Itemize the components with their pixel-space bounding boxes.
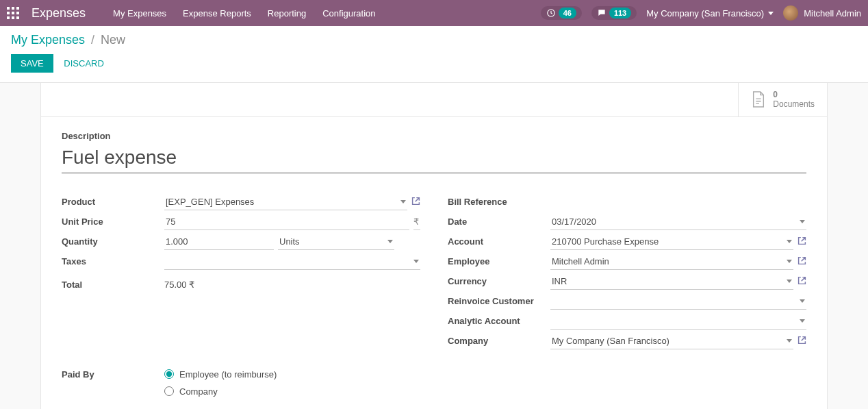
- product-external-link[interactable]: [411, 197, 420, 208]
- account-external-link[interactable]: [797, 236, 806, 247]
- chevron-down-icon[interactable]: [800, 299, 805, 303]
- activities-button[interactable]: 46: [541, 6, 582, 20]
- unit-price-label: Unit Price: [62, 216, 164, 227]
- chevron-down-icon: [768, 12, 774, 15]
- chat-icon: [597, 8, 607, 18]
- chevron-down-icon[interactable]: [787, 339, 792, 343]
- company-external-link[interactable]: [797, 336, 806, 347]
- chevron-down-icon[interactable]: [787, 280, 792, 283]
- analytic-label: Analytic Account: [448, 316, 550, 326]
- nav-expense-reports[interactable]: Expense Reports: [183, 8, 251, 18]
- bill-ref-input[interactable]: [550, 194, 806, 210]
- description-input[interactable]: [62, 145, 806, 173]
- currency-external-link[interactable]: [797, 276, 806, 287]
- chevron-down-icon[interactable]: [787, 260, 792, 263]
- total-label: Total: [62, 280, 164, 290]
- documents-button[interactable]: 0 Documents: [738, 83, 827, 116]
- unit-price-input[interactable]: [164, 214, 409, 230]
- account-field[interactable]: [550, 234, 793, 250]
- employee-external-link[interactable]: [797, 256, 806, 267]
- clock-icon: [546, 8, 556, 18]
- chevron-down-icon[interactable]: [787, 240, 792, 243]
- chevron-down-icon[interactable]: [387, 240, 393, 243]
- description-label: Description: [62, 131, 806, 141]
- breadcrumb-sep: /: [91, 33, 94, 47]
- topbar: Expenses My Expenses Expense Reports Rep…: [0, 0, 868, 26]
- company-field[interactable]: [550, 333, 793, 349]
- taxes-label: Taxes: [62, 256, 164, 267]
- paid-by-employee-option[interactable]: Employee (to reimburse): [164, 369, 277, 380]
- company-name: My Company (San Francisco): [646, 8, 764, 18]
- paid-by-label: Paid By: [62, 369, 164, 397]
- breadcrumb: My Expenses / New: [11, 33, 857, 47]
- analytic-field[interactable]: [550, 313, 806, 330]
- paid-by-employee-radio[interactable]: [164, 369, 174, 379]
- user-menu[interactable]: Mitchell Admin: [783, 5, 861, 21]
- save-button[interactable]: SAVE: [11, 54, 53, 73]
- chevron-down-icon[interactable]: [800, 319, 805, 323]
- messages-button[interactable]: 113: [591, 6, 637, 20]
- nav-menu: My Expenses Expense Reports Reporting Co…: [113, 8, 541, 18]
- company-selector[interactable]: My Company (San Francisco): [646, 8, 774, 18]
- breadcrumb-current: New: [101, 33, 125, 47]
- form-sheet: 0 Documents Description Product: [40, 83, 828, 409]
- documents-label: Documents: [773, 99, 815, 109]
- nav-configuration[interactable]: Configuration: [322, 8, 375, 18]
- date-field[interactable]: [550, 214, 806, 230]
- bill-ref-label: Bill Reference: [448, 197, 550, 207]
- chevron-down-icon[interactable]: [400, 200, 406, 203]
- chevron-down-icon[interactable]: [413, 260, 419, 263]
- document-icon: [751, 90, 766, 108]
- currency-label: Currency: [448, 276, 550, 286]
- discard-button[interactable]: DISCARD: [64, 58, 104, 69]
- account-label: Account: [448, 236, 550, 247]
- activities-count: 46: [559, 8, 576, 18]
- app-brand: Expenses: [31, 6, 86, 21]
- paid-by-company-radio[interactable]: [164, 386, 174, 396]
- chevron-down-icon[interactable]: [800, 220, 805, 223]
- documents-count: 0: [773, 90, 815, 99]
- date-label: Date: [448, 216, 550, 227]
- button-box: 0 Documents: [41, 83, 827, 117]
- quantity-label: Quantity: [62, 236, 164, 247]
- product-label: Product: [62, 197, 164, 207]
- nav-my-expenses[interactable]: My Expenses: [113, 8, 166, 18]
- apps-icon[interactable]: [7, 7, 19, 19]
- nav-reporting[interactable]: Reporting: [268, 8, 306, 18]
- uom-field[interactable]: [278, 234, 394, 250]
- total-value: 75.00 ₹: [164, 280, 194, 290]
- reinvoice-label: Reinvoice Customer: [448, 296, 550, 306]
- breadcrumb-parent[interactable]: My Expenses: [11, 33, 85, 47]
- user-name: Mitchell Admin: [804, 8, 861, 18]
- action-bar: SAVE DISCARD: [0, 50, 868, 83]
- product-field[interactable]: [164, 194, 407, 210]
- employee-label: Employee: [448, 256, 550, 267]
- messages-count: 113: [609, 8, 631, 18]
- breadcrumb-bar: My Expenses / New: [0, 26, 868, 50]
- avatar: [783, 5, 798, 21]
- quantity-input[interactable]: [164, 234, 274, 250]
- company-label: Company: [448, 336, 550, 346]
- paid-by-company-option[interactable]: Company: [164, 386, 277, 397]
- taxes-field[interactable]: [164, 253, 420, 270]
- currency-symbol: ₹: [413, 214, 420, 230]
- reinvoice-field[interactable]: [550, 293, 806, 310]
- currency-field[interactable]: [550, 273, 793, 290]
- employee-field[interactable]: [550, 253, 793, 270]
